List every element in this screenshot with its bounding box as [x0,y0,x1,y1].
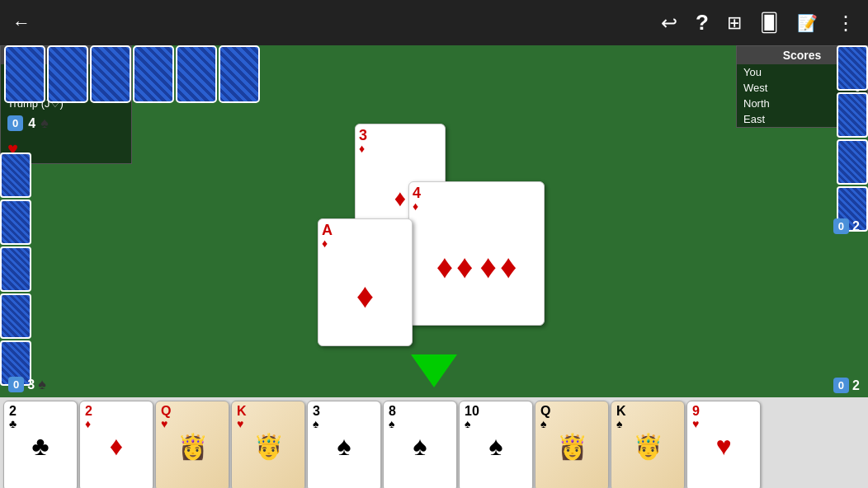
down-arrow [411,354,457,387]
card-center: ♠ [489,431,503,462]
right-bottom-badge: 0 2 [833,378,860,393]
hand-card-3s[interactable]: 3 ♠ ♠ [307,401,381,488]
card-suit: ♥ [692,418,755,429]
right-card [837,92,868,138]
card-rank: 3 [313,405,375,418]
card-suit: ♠ [616,418,679,429]
hand-card-kh[interactable]: K ♥ 🤴 [231,401,305,488]
card-center: ♦♦♦♦ [413,212,540,321]
center-card-4d: 4 ♦ ♦♦♦♦ [408,181,545,326]
card-suit: ♥ [237,418,300,429]
opponent-card [4,45,45,103]
undo-button[interactable]: ↩ [661,12,677,35]
card-center: ♦ [322,249,408,342]
hand-card-ks[interactable]: K ♠ 🤴 [611,401,685,488]
card-suit: ♠ [313,418,375,429]
left-card [0,293,31,339]
left-suit-icon: ♠ [38,376,46,393]
card-center: ♣ [32,431,50,462]
right-mid-count: 2 [852,219,860,234]
card-suit: ♦ [322,237,408,249]
right-hand-top [837,45,868,232]
trump-cards: 0 4 ♠ [1,111,131,135]
left-card [0,152,31,198]
right-bottom-score: 0 [833,378,849,393]
right-mid-badge: 0 2 [833,218,860,234]
card-suit: ♦ [413,200,540,212]
card-rank: 3 [359,128,441,143]
trump-score-badge: 0 [7,115,23,131]
card-suit: ♠ [465,418,527,429]
opponent-card [176,45,217,103]
trump-count: 4 [28,116,35,131]
left-score-badge: 0 3 ♠ [8,376,46,393]
card-rank: 2 [9,405,72,418]
opponent-card [133,45,174,103]
move-button[interactable]: ⊞ [727,12,742,34]
card-rank: Q [540,405,603,418]
card-rank: Q [161,405,224,418]
menu-button[interactable]: ⋮ [836,12,856,35]
card-suit: ♥ [161,418,224,429]
card-rank: A [322,223,408,237]
help-button[interactable]: ? [696,10,709,35]
score-north-name: North [743,97,770,110]
left-card [0,246,31,292]
left-hand [0,152,31,386]
hand-card-9h[interactable]: 9 ♥ ♥ [686,401,761,488]
center-card-ad: A ♦ ♦ [318,218,413,346]
player-hand: 2 ♣ ♣ 2 ♦ ♦ Q ♥ 👸 K ♥ 🤴 3 ♠ ♠ [0,397,868,488]
hand-card-qs[interactable]: Q ♠ 👸 [535,401,609,488]
score-west-name: West [743,82,767,94]
notes-button[interactable]: 📝 [797,13,818,33]
card-suit: ♣ [9,418,72,429]
right-card [837,139,868,185]
top-hand [0,45,421,103]
right-card [837,45,868,91]
card-center: ♦ [110,431,123,462]
hand-card-10s[interactable]: 10 ♠ ♠ [459,401,533,488]
card-center: ♠ [413,431,427,462]
hand-card-qh[interactable]: Q ♥ 👸 [155,401,229,488]
left-score: 0 [8,377,24,392]
left-count: 3 [27,378,35,392]
card-rank: 8 [389,405,451,418]
card-center: ♠ [337,431,351,462]
score-east-name: East [743,113,765,125]
card-rank: 10 [465,405,527,418]
top-bar: ← ↩ ? ⊞ 🂠 📝 ⋮ [0,0,868,45]
right-bottom-count: 2 [852,378,860,393]
card-rank: 4 [413,185,540,200]
hand-card-8s[interactable]: 8 ♠ ♠ [383,401,457,488]
card-rank: 9 [692,405,755,418]
left-card [0,199,31,245]
card-suit: ♠ [540,418,603,429]
score-you-name: You [743,66,762,78]
opponent-card [47,45,88,103]
card-suit: ♠ [389,418,451,429]
card-rank: K [616,405,679,418]
opponent-card [90,45,131,103]
card-suit: ♦ [85,418,148,429]
hand-card-2c[interactable]: 2 ♣ ♣ [3,401,78,488]
card-rank: K [237,405,300,418]
card-rank: 2 [85,405,148,418]
hand-card-2d[interactable]: 2 ♦ ♦ [79,401,153,488]
cards-button[interactable]: 🂠 [760,12,779,34]
card-suit: ♦ [359,143,441,154]
game-area: Info Dealer You # cards 10 Trump (J♡) 0 … [0,45,868,488]
back-button[interactable]: ← [12,12,31,34]
opponent-card [219,45,260,103]
card-center: ♥ [716,431,732,462]
right-mid-score: 0 [833,218,849,234]
